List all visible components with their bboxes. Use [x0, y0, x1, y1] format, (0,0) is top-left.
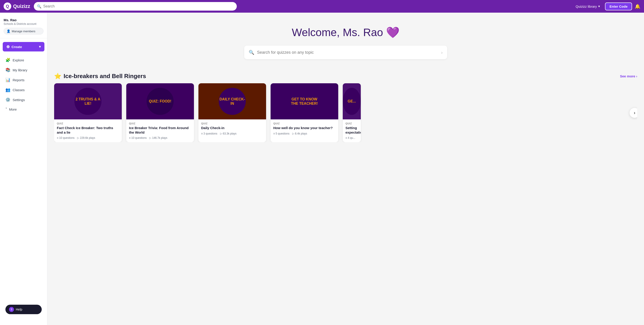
card-title: Fact Check Ice Breaker: Two truths and a… — [57, 126, 119, 135]
hero-search-input[interactable] — [257, 50, 438, 55]
enter-code-button[interactable]: Enter Code — [605, 3, 632, 10]
sidebar-item-my-library[interactable]: 📚 My library — [2, 65, 45, 75]
search-icon: 🔍 — [37, 4, 42, 9]
card-plays: ▷ 146.7k plays — [149, 136, 167, 139]
dropdown-chevron-icon: ▾ — [598, 4, 600, 8]
main-content: Welcome, Ms. Rao 💜 🔍 › ⭐ Ice-breakers an… — [47, 13, 644, 325]
card-image-text: QUIZ: Food! — [149, 99, 171, 103]
create-button[interactable]: ⊕ Create ▾ — [3, 42, 44, 52]
hero-heart-icon: 💜 — [386, 27, 400, 38]
card-questions: ≡ 3 questions — [201, 132, 217, 135]
sidebar-more[interactable]: ˅ More — [2, 105, 45, 114]
my-library-icon: 📚 — [6, 68, 10, 73]
card-type: QUIZ — [201, 122, 263, 125]
card-questions: ≡ 10 questions — [129, 136, 146, 139]
card-title: Ice Breaker Trivia: Food from Around the… — [129, 126, 191, 135]
card-image: 2 truths & a lie! — [54, 83, 122, 119]
user-account: Schools & Districts account — [4, 22, 44, 26]
card-type: QUIZ — [57, 122, 119, 125]
reports-icon: 📊 — [6, 77, 10, 82]
card-image-circle: Get to know THE TEACHER! — [291, 88, 318, 115]
section-star-icon: ⭐ — [54, 73, 61, 80]
card-title: How well do you know your teacher? — [273, 126, 336, 130]
card-body: QUIZ Daily Check-in ≡ 3 questions ▷ 63.3… — [198, 119, 266, 138]
hero-search-bar[interactable]: 🔍 › — [244, 46, 447, 59]
sidebar-item-explore[interactable]: 🧩 Explore — [2, 55, 45, 65]
create-label: Create — [12, 45, 22, 49]
hero-title-text: Welcome, Ms. Rao — [292, 27, 383, 38]
card-type: QUIZ — [129, 122, 191, 125]
section-header: ⭐ Ice-breakers and Bell Ringers See more… — [54, 73, 637, 80]
settings-label: Settings — [13, 98, 25, 102]
section-title: ⭐ Ice-breakers and Bell Ringers — [54, 73, 146, 80]
card-body: QUIZ How well do you know your teacher? … — [270, 119, 338, 138]
card-image-text: Daily check-in — [219, 97, 246, 106]
card-plays: ▷ 63.3k plays — [220, 132, 236, 135]
card-image-circle: QUIZ: Food! — [146, 88, 174, 115]
explore-label: Explore — [13, 58, 24, 62]
notification-button[interactable]: 🔔 — [635, 4, 640, 9]
help-button[interactable]: ? Help — [6, 305, 42, 314]
sidebar: Ms. Rao Schools & Districts account 👤 Ma… — [0, 13, 47, 325]
manage-members-button[interactable]: 👤 Manage members — [4, 28, 44, 35]
card-plays: ▷ 229.6k plays — [77, 136, 95, 139]
card-image-circle: 2 truths & a lie! — [74, 88, 102, 115]
explore-icon: 🧩 — [6, 58, 10, 63]
card-image: Get to know THE TEACHER! — [270, 83, 338, 119]
card-type: QUIZ — [273, 122, 336, 125]
card-image-text: Get to know THE TEACHER! — [291, 97, 318, 106]
card-type: QUIZ — [346, 122, 358, 125]
card-title: Setting expectations... — [346, 126, 358, 135]
card-title: Daily Check-in — [201, 126, 263, 130]
card-plays: ▷ 8.4k plays — [292, 132, 307, 135]
hero-title: Welcome, Ms. Rao 💜 — [52, 26, 640, 39]
card-image-circle: Ge... — [343, 88, 361, 115]
see-more-label: See more — [620, 74, 635, 78]
hero-search-arrow-icon: › — [441, 50, 443, 55]
card-body: QUIZ Ice Breaker Trivia: Food from Aroun… — [126, 119, 194, 142]
classes-icon: 👥 — [6, 87, 10, 92]
hero-search-icon: 🔍 — [249, 50, 254, 55]
card-meta: ≡ 5 questions ▷ 8.4k plays — [273, 132, 336, 135]
quiz-card[interactable]: Ge... QUIZ Setting expectations... ≡ 4 q… — [343, 83, 361, 142]
logo-text: Quizizz — [13, 4, 30, 9]
top-search-bar[interactable]: 🔍 — [34, 2, 237, 11]
search-input[interactable] — [43, 4, 234, 8]
my-library-label: My library — [13, 68, 27, 72]
card-body: QUIZ Fact Check Ice Breaker: Two truths … — [54, 119, 122, 142]
sidebar-item-settings[interactable]: ⚙️ Settings — [2, 95, 45, 105]
see-more-arrow-icon: › — [636, 74, 637, 78]
hero-section: Welcome, Ms. Rao 💜 🔍 › — [47, 13, 644, 68]
quiz-card[interactable]: Get to know THE TEACHER! QUIZ How well d… — [270, 83, 338, 142]
card-image-text: 2 truths & a lie! — [74, 97, 102, 106]
quiz-card[interactable]: QUIZ: Food! QUIZ Ice Breaker Trivia: Foo… — [126, 83, 194, 142]
settings-icon: ⚙️ — [6, 97, 10, 102]
card-image: Daily check-in — [198, 83, 266, 119]
library-dropdown[interactable]: Quizizz library ▾ — [574, 3, 602, 10]
reports-label: Reports — [13, 78, 24, 82]
sidebar-item-classes[interactable]: 👥 Classes — [2, 85, 45, 95]
card-image: QUIZ: Food! — [126, 83, 194, 119]
quiz-card[interactable]: 2 truths & a lie! QUIZ Fact Check Ice Br… — [54, 83, 122, 142]
card-questions: ≡ 10 questions — [57, 136, 74, 139]
help-label: Help — [16, 308, 22, 311]
card-meta: ≡ 3 questions ▷ 63.3k plays — [201, 132, 263, 135]
nav-right: Quizizz library ▾ Enter Code 🔔 — [574, 3, 640, 10]
quiz-card[interactable]: Daily check-in QUIZ Daily Check-in ≡ 3 q… — [198, 83, 266, 142]
cards-row: 2 truths & a lie! QUIZ Fact Check Ice Br… — [54, 83, 637, 142]
user-section: Ms. Rao Schools & Districts account 👤 Ma… — [0, 16, 47, 38]
library-label: Quizizz library — [576, 5, 597, 8]
sidebar-item-reports[interactable]: 📊 Reports — [2, 75, 45, 85]
top-navigation: Q Quizizz 🔍 Quizizz library ▾ Enter Code… — [0, 0, 644, 13]
card-questions: ≡ 4 qu... — [346, 136, 355, 139]
card-questions: ≡ 5 questions — [273, 132, 290, 135]
see-more-button[interactable]: See more › — [620, 74, 637, 78]
cards-next-button[interactable]: › — [630, 108, 637, 118]
logo[interactable]: Q Quizizz — [4, 3, 30, 10]
card-image-circle: Daily check-in — [219, 88, 246, 115]
card-meta: ≡ 10 questions ▷ 229.6k plays — [57, 136, 119, 139]
manage-members-label: Manage members — [12, 30, 36, 33]
more-label: More — [9, 107, 17, 111]
help-icon: ? — [9, 307, 14, 312]
main-layout: Ms. Rao Schools & Districts account 👤 Ma… — [0, 13, 644, 325]
